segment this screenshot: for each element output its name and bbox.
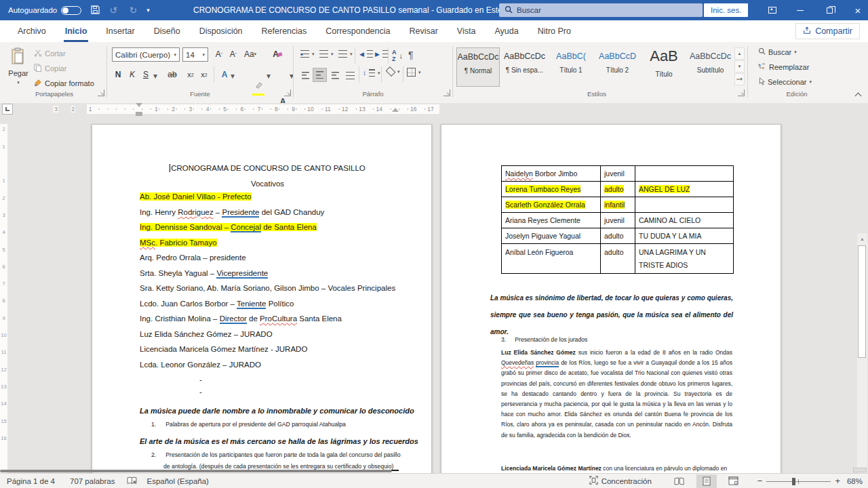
justify-button[interactable]: [343, 69, 357, 81]
style-título[interactable]: AaBTítulo: [642, 47, 686, 87]
share-button[interactable]: Compartir: [795, 23, 860, 39]
ribbon-display-options-icon[interactable]: [761, 0, 784, 20]
replace-button[interactable]: bc Reemplazar: [758, 62, 809, 71]
shrink-font-button[interactable]: Aˇ: [226, 47, 240, 61]
format-painter-button[interactable]: Copiar formato: [34, 79, 94, 88]
tab-diseño[interactable]: Diseño: [144, 20, 190, 42]
sign-in-button[interactable]: Inic. ses.: [704, 3, 748, 17]
italic-button[interactable]: K: [127, 68, 137, 81]
restore-button[interactable]: [818, 0, 841, 20]
autosave-toggle[interactable]: [61, 6, 81, 15]
tab-insertar[interactable]: Insertar: [96, 20, 144, 42]
styles-dialog-launcher[interactable]: [738, 89, 745, 96]
page-2[interactable]: Naidelyn Borbor JimbojuvenilLorena Tumba…: [441, 124, 781, 473]
first-line-indent-marker[interactable]: [136, 103, 142, 107]
align-right-button[interactable]: [328, 69, 342, 81]
minimize-button[interactable]: [789, 0, 812, 20]
show-formatting-button[interactable]: ¶: [408, 49, 414, 60]
tab-ayuda[interactable]: Ayuda: [485, 20, 528, 42]
clipboard-dialog-launcher[interactable]: [98, 89, 104, 96]
underline-button[interactable]: S: [141, 68, 151, 81]
styles-scroll-down-icon[interactable]: ▾: [734, 60, 745, 73]
tab-stop-selector[interactable]: [2, 104, 13, 115]
tab-correspondencia[interactable]: Correspondencia: [316, 20, 399, 42]
style--sin-espa-[interactable]: AaBbCcDc¶ Sin espa...: [503, 47, 547, 87]
proofing-errors-icon[interactable]: [127, 476, 137, 485]
select-button[interactable]: Seleccionar▾: [758, 77, 812, 87]
highlight-button[interactable]: [252, 80, 264, 94]
tab-archivo[interactable]: Archivo: [8, 20, 56, 42]
web-layout-button[interactable]: [724, 474, 744, 488]
zoom-in-button[interactable]: +: [835, 476, 840, 486]
text-effects-chevron-icon[interactable]: ▾: [229, 69, 236, 83]
find-button[interactable]: Buscar▾: [758, 47, 797, 56]
print-layout-button[interactable]: [696, 474, 717, 488]
collapse-ribbon-icon[interactable]: [855, 93, 862, 100]
zoom-slider[interactable]: [766, 477, 831, 485]
tab-vista[interactable]: Vista: [448, 20, 486, 42]
clear-formatting-button[interactable]: A: [269, 47, 285, 61]
paragraph-dialog-launcher[interactable]: [443, 89, 450, 96]
paste-button[interactable]: Pegar ▾: [7, 47, 30, 85]
shading-button[interactable]: ▾: [387, 69, 400, 75]
sort-button[interactable]: AZ↓: [392, 49, 403, 62]
superscript-button[interactable]: x2: [198, 68, 210, 81]
tab-inicio[interactable]: Inicio: [56, 20, 97, 42]
bullet-list-button[interactable]: ▾: [300, 50, 315, 58]
line-spacing-button[interactable]: ↕▾: [363, 69, 380, 77]
tab-revisar[interactable]: Revisar: [399, 20, 447, 42]
multilevel-list-button[interactable]: ▾: [338, 50, 353, 58]
decrease-indent-button[interactable]: ◀: [359, 50, 373, 58]
font-name-combo[interactable]: Calibri (Cuerpo) ▾: [112, 47, 180, 62]
styles-scroll-up-icon[interactable]: ▴: [734, 47, 745, 60]
font-color-chevron-icon[interactable]: ▾: [288, 69, 295, 83]
highlight-chevron-icon[interactable]: ▾: [265, 69, 272, 83]
scroll-up-icon[interactable]: ▲: [857, 235, 867, 244]
save-icon[interactable]: [91, 5, 100, 16]
left-indent-marker[interactable]: [136, 112, 142, 116]
zoom-slider-thumb[interactable]: [792, 478, 795, 485]
subscript-button[interactable]: x2: [184, 68, 197, 81]
cut-button[interactable]: Cortar: [34, 49, 66, 58]
redo-icon[interactable]: ↻: [130, 5, 138, 15]
grow-font-button[interactable]: Aˆ: [212, 47, 226, 61]
language-indicator[interactable]: Español (España): [146, 477, 208, 485]
undo-icon[interactable]: ↺▾: [109, 5, 119, 15]
underline-chevron-icon[interactable]: ▾: [152, 69, 159, 83]
zoom-level[interactable]: 68%: [847, 477, 863, 485]
horizontal-scroll-thumb[interactable]: [0, 470, 392, 472]
search-box[interactable]: [499, 3, 703, 17]
tab-nitro-pro[interactable]: Nitro Pro: [528, 20, 580, 42]
style--normal[interactable]: AaBbCcDc¶ Normal: [456, 47, 500, 87]
font-group-label: Fuente: [166, 90, 234, 98]
vertical-scrollbar[interactable]: ▲: [857, 233, 867, 473]
style-título-1[interactable]: AaBbC(Título 1: [549, 47, 593, 87]
read-mode-button[interactable]: [669, 474, 690, 488]
close-button[interactable]: ×: [846, 0, 868, 20]
increase-indent-button[interactable]: ▶: [375, 50, 389, 58]
numbered-list-button[interactable]: ▾: [319, 50, 334, 58]
styles-more-icon[interactable]: ═▾: [734, 73, 745, 85]
font-size-combo[interactable]: 14 ▾: [182, 47, 208, 62]
page-1[interactable]: CRONOGRAMA DE CONCURSO DE CANTO PASILLO …: [92, 124, 432, 473]
change-case-button[interactable]: Aa▾: [241, 47, 259, 61]
style-título-2[interactable]: AaBbCcDTítulo 2: [596, 47, 639, 87]
search-input[interactable]: [517, 6, 679, 14]
align-center-button[interactable]: [313, 68, 327, 82]
customize-qat-icon[interactable]: ▾: [146, 7, 150, 14]
style-subtítulo[interactable]: AaBbCcDcSubtítulo: [689, 47, 732, 87]
align-left-button[interactable]: [298, 69, 312, 81]
word-count[interactable]: 707 palabras: [70, 477, 115, 485]
tab-disposición[interactable]: Disposición: [190, 20, 252, 42]
font-dialog-launcher[interactable]: [284, 89, 291, 96]
focus-mode-button[interactable]: Concentración: [589, 476, 652, 486]
bold-button[interactable]: N: [113, 68, 123, 81]
vertical-scroll-thumb[interactable]: [858, 245, 866, 358]
zoom-out-button[interactable]: −: [757, 476, 763, 486]
right-indent-marker[interactable]: [392, 108, 399, 112]
copy-button[interactable]: Copiar: [34, 64, 66, 73]
tab-referencias[interactable]: Referencias: [252, 20, 317, 42]
page-count[interactable]: Página 1 de 4: [7, 477, 55, 485]
strikethrough-button[interactable]: ab: [165, 68, 179, 81]
borders-button[interactable]: ▾: [407, 68, 421, 77]
